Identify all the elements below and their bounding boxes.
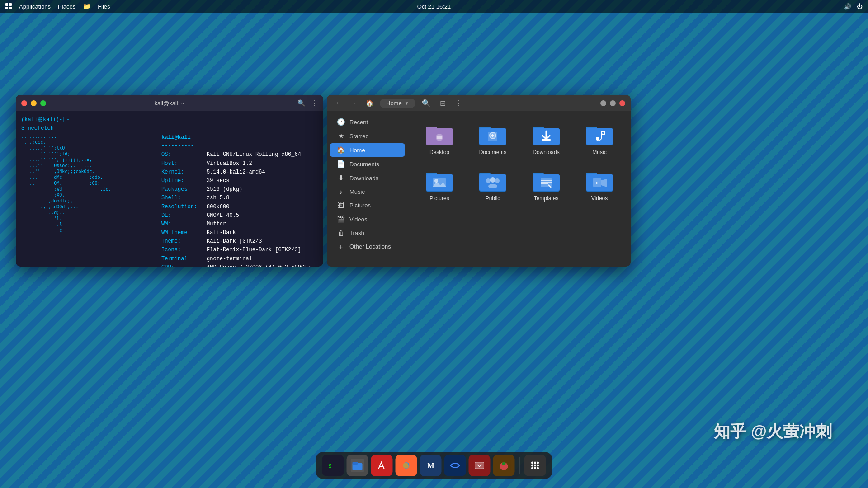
- terminal-menu-icon[interactable]: ⋮: [311, 99, 318, 108]
- files-menu[interactable]: Files: [98, 3, 110, 10]
- terminal-body: (kali㉿kali)-[~] $ neofetch .............…: [16, 111, 323, 267]
- recent-icon: 🕐: [337, 118, 345, 126]
- folder-documents-icon: [478, 122, 507, 146]
- sidebar-item-music[interactable]: ♪ Music: [330, 185, 405, 198]
- fm-view-button[interactable]: ⊞: [437, 98, 448, 108]
- fm-path-label: Home: [386, 100, 402, 107]
- applications-menu[interactable]: Applications: [19, 3, 51, 10]
- svg-text:M: M: [428, 462, 434, 469]
- dock-item-app4[interactable]: [493, 455, 515, 476]
- folder-music-icon: [585, 122, 614, 146]
- firefox-icon: [400, 459, 413, 472]
- terminal-minimize-btn[interactable]: [31, 100, 37, 106]
- svg-rect-41: [353, 462, 358, 465]
- svg-point-28: [488, 184, 497, 188]
- dock-item-app3[interactable]: [469, 455, 491, 476]
- filemanager-window: ← → 🏠 Home ▼ 🔍 ⊞ ⋮ 🕐 Recent ★ Starred: [327, 95, 631, 267]
- svg-point-58: [531, 465, 533, 467]
- sidebar-item-downloads[interactable]: ⬇ Downloads: [330, 171, 405, 185]
- dock-item-terminal[interactable]: $_: [322, 455, 344, 476]
- fm-sidebar: 🕐 Recent ★ Starred 🏠 Home 📄 Documents ⬇ …: [327, 111, 408, 267]
- dock-separator: [519, 457, 520, 474]
- folder-music[interactable]: Music: [576, 118, 623, 159]
- terminal-prompt: (kali㉿kali)-[~]: [21, 116, 318, 123]
- fm-close-btn[interactable]: [600, 100, 606, 106]
- fm-nav-buttons: ← →: [332, 98, 359, 108]
- terminal-window: kali@kali: ~ 🔍 ⋮ (kali㉿kali)-[~] $ neofe…: [16, 95, 323, 267]
- sidebar-item-documents-label: Documents: [349, 161, 379, 168]
- folder-downloads-label: Downloads: [533, 149, 559, 155]
- dock-item-firefox[interactable]: [396, 455, 417, 476]
- sidebar-item-other-locations[interactable]: + Other Locations: [330, 240, 405, 253]
- folder-downloads-icon: [532, 122, 561, 146]
- folder-pictures-icon: [425, 168, 454, 192]
- svg-rect-49: [475, 462, 484, 469]
- svg-text:$_: $_: [329, 463, 335, 469]
- taskbar: $_ M: [316, 452, 552, 479]
- sidebar-item-recent[interactable]: 🕐 Recent: [330, 115, 405, 129]
- sidebar-item-videos[interactable]: 🎬 Videos: [330, 212, 405, 226]
- folder-pictures[interactable]: Pictures: [415, 164, 463, 205]
- sidebar-item-trash[interactable]: 🗑 Trash: [330, 226, 405, 239]
- folder-videos-icon: [585, 168, 614, 192]
- fm-menu-button[interactable]: ⋮: [452, 98, 465, 108]
- folder-templates-icon: [532, 168, 561, 192]
- svg-rect-15: [586, 128, 613, 145]
- sidebar-item-recent-label: Recent: [349, 119, 368, 126]
- sidebar-item-other-label: Other Locations: [349, 243, 391, 250]
- fm-minimize-btn[interactable]: [610, 100, 616, 106]
- svg-point-56: [534, 462, 536, 464]
- dock-item-editor[interactable]: [371, 455, 393, 476]
- fm-home-button[interactable]: 🏠: [363, 99, 376, 108]
- terminal-titlebar: kali@kali: ~ 🔍 ⋮: [16, 95, 323, 111]
- app4-icon: [497, 459, 511, 472]
- fm-titlebar: ← → 🏠 Home ▼ 🔍 ⊞ ⋮: [327, 95, 631, 111]
- sidebar-item-pictures[interactable]: 🖼 Pictures: [330, 199, 405, 212]
- sidebar-item-starred[interactable]: ★ Starred: [330, 129, 405, 143]
- folder-downloads[interactable]: Downloads: [522, 118, 570, 159]
- dock-item-files[interactable]: [347, 455, 368, 476]
- fm-path-dropdown-icon[interactable]: ▼: [405, 101, 409, 106]
- svg-rect-53: [504, 462, 505, 464]
- fm-forward-button[interactable]: →: [347, 98, 359, 108]
- folder-public[interactable]: Public: [469, 164, 517, 205]
- fm-maximize-btn[interactable]: [619, 100, 625, 106]
- folder-pictures-label: Pictures: [429, 195, 449, 202]
- sidebar-item-trash-label: Trash: [349, 230, 364, 236]
- dock-item-app1[interactable]: M: [420, 455, 442, 476]
- folder-videos[interactable]: Videos: [576, 164, 623, 205]
- folder-documents[interactable]: Documents: [469, 118, 517, 159]
- dock-item-apps-grid[interactable]: [524, 455, 546, 476]
- fm-window-controls: [600, 100, 625, 106]
- apps-grid-icon[interactable]: [5, 3, 12, 9]
- terminal-search-icon[interactable]: 🔍: [297, 99, 305, 107]
- terminal-close-btn[interactable]: [21, 100, 27, 106]
- sidebar-item-documents[interactable]: 📄 Documents: [330, 157, 405, 171]
- fm-back-button[interactable]: ←: [332, 98, 345, 108]
- sidebar-item-pictures-label: Pictures: [349, 202, 371, 209]
- topbar: Applications Places 📁 Files Oct 21 16:21…: [0, 0, 868, 13]
- sidebar-item-home[interactable]: 🏠 Home: [330, 143, 405, 157]
- fm-path-bar[interactable]: Home ▼: [380, 99, 415, 108]
- svg-point-59: [534, 465, 536, 467]
- folder-desktop[interactable]: Desktop: [415, 118, 463, 159]
- topbar-right: 🔊 ⏻: [844, 3, 863, 10]
- dock-item-app2[interactable]: [444, 455, 466, 476]
- svg-rect-4: [437, 136, 442, 139]
- terminal-controls: [21, 100, 46, 106]
- downloads-icon: ⬇: [337, 174, 345, 182]
- documents-icon: 📄: [337, 160, 345, 168]
- music-icon: ♪: [337, 188, 345, 196]
- folder-templates[interactable]: Templates: [522, 164, 570, 205]
- volume-icon[interactable]: 🔊: [844, 3, 851, 10]
- pictures-icon: 🖼: [337, 202, 345, 209]
- home-icon: 🏠: [337, 146, 345, 154]
- places-menu[interactable]: Places: [58, 3, 75, 10]
- fm-body: 🕐 Recent ★ Starred 🏠 Home 📄 Documents ⬇ …: [327, 111, 631, 267]
- neofetch-info: kali@kali ---------- OS: Kali GNU/Linux …: [157, 133, 311, 267]
- fm-search-button[interactable]: 🔍: [419, 98, 434, 108]
- sidebar-item-downloads-label: Downloads: [349, 175, 378, 182]
- apps-grid-icon: [528, 459, 542, 472]
- terminal-maximize-btn[interactable]: [40, 100, 46, 106]
- power-icon[interactable]: ⏻: [857, 3, 863, 10]
